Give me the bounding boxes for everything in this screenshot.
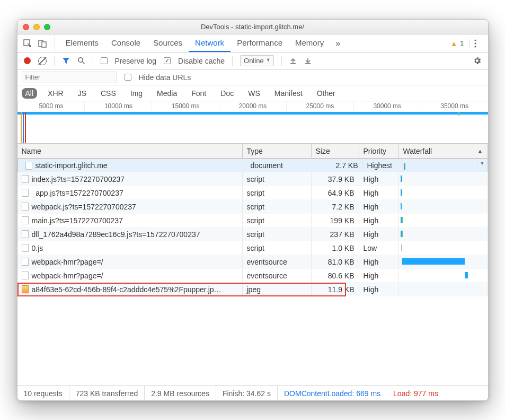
tab-performance[interactable]: Performance [231,34,289,52]
filter-chip-img[interactable]: Img [127,88,146,99]
file-icon [22,175,29,183]
filter-chip-css[interactable]: CSS [97,88,120,99]
waterfall-cell [399,186,488,199]
table-row[interactable]: main.js?ts=1572270700237script199 KBHigh [17,214,488,228]
search-icon[interactable] [77,57,85,65]
request-priority: High [359,186,399,199]
file-icon [22,272,29,279]
filter-chip-all[interactable]: All [22,88,38,99]
request-table: static-import.glitch.medocument2.7 KBHig… [17,159,488,386]
filter-chip-js[interactable]: JS [74,88,90,99]
more-tabs-icon[interactable]: » [330,34,345,52]
filter-chip-xhr[interactable]: XHR [44,88,67,99]
settings-icon[interactable] [473,56,482,65]
request-name: index.js?ts=1572270700237 [32,175,125,183]
table-row[interactable]: 0.jsscript1.0 KBLow [17,241,488,255]
preserve-log-label: Preserve log [115,57,157,65]
warning-count: 1 [460,39,464,48]
col-type-header[interactable]: Type [243,144,312,158]
table-row[interactable]: a84f63e5-62cd-456b-89f4-c2adddc4e575%2Fp… [17,283,488,296]
type-filter-bar: AllXHRJSCSSImgMediaFontDocWSManifestOthe… [17,85,488,101]
request-priority: High [359,214,399,227]
waterfall-cell [403,160,478,171]
throttling-select[interactable]: Online [240,55,274,66]
table-row[interactable]: index.js?ts=1572270700237script37.9 KBHi… [17,172,488,186]
status-domcontentloaded: DOMContentLoaded: 669 ms [278,386,387,400]
inspect-icon[interactable] [23,39,32,48]
timeline-tick: 20000 ms [219,101,286,112]
timeline-tick: 5000 ms [17,101,85,112]
waterfall-cell [399,214,488,227]
request-type: script [243,200,312,213]
request-size: 81.0 KB [312,255,359,268]
record-button[interactable] [24,57,31,64]
col-waterfall-header[interactable]: Waterfall▲ [399,144,488,158]
table-row[interactable]: webpack-hmr?page=/eventsource80.6 KBHigh [17,269,488,283]
request-priority: High [359,172,399,186]
status-load: Load: 977 ms [387,386,445,400]
waterfall-cell [399,228,488,241]
table-row[interactable]: dll_1762a4d98a7289ec16c9.js?ts=157227070… [17,228,488,241]
svg-line-7 [82,62,84,64]
request-name: _app.js?ts=1572270700237 [32,189,123,197]
warnings-indicator[interactable]: ▲ 1 [450,39,470,48]
hide-data-urls-checkbox[interactable] [125,74,131,81]
table-row[interactable]: _app.js?ts=1572270700237script64.9 KBHig… [17,186,488,200]
filter-chip-media[interactable]: Media [153,88,181,99]
waterfall-cell [399,255,488,268]
clear-button[interactable] [38,57,47,65]
disable-cache-checkbox[interactable] [164,57,171,64]
filter-chip-other[interactable]: Other [313,88,339,99]
request-size: 64.9 KB [312,186,359,199]
request-priority: High [359,200,399,213]
tab-sources[interactable]: Sources [147,34,189,52]
devtools-window: DevTools - static-import.glitch.me/ Elem… [17,19,489,401]
filter-chip-manifest[interactable]: Manifest [271,88,306,99]
file-icon [22,203,29,211]
table-row[interactable]: static-import.glitch.medocument2.7 KBHig… [17,159,488,172]
tab-console[interactable]: Console [105,34,147,52]
col-priority-header[interactable]: Priority [359,144,399,158]
request-size: 237 KB [312,228,359,241]
request-priority: High [359,228,399,241]
request-priority: Low [359,241,399,255]
tab-elements[interactable]: Elements [59,34,105,52]
filter-toggle-icon[interactable] [62,57,70,65]
timeline-tick: 35000 ms [421,101,488,112]
svg-rect-2 [42,42,46,47]
table-row[interactable]: webpack.js?ts=1572270700237script7.2 KBH… [17,200,488,214]
tab-memory[interactable]: Memory [289,34,330,52]
request-priority: High [359,283,399,296]
file-icon [22,258,29,266]
table-row[interactable]: webpack-hmr?page=/eventsource81.0 KBHigh [17,255,488,269]
image-file-icon [22,285,29,293]
request-size: 37.9 KB [312,172,359,186]
filter-chip-doc[interactable]: Doc [217,88,237,99]
overview-timeline[interactable]: 5000 ms10000 ms15000 ms20000 ms25000 ms3… [17,101,488,144]
preserve-log-checkbox[interactable] [101,57,108,64]
request-name: main.js?ts=1572270700237 [32,216,123,225]
filter-chip-ws[interactable]: WS [244,88,264,99]
request-priority: High [359,255,399,268]
request-type: jpeg [243,283,312,296]
col-size-header[interactable]: Size [312,144,359,158]
filter-chip-font[interactable]: Font [188,88,210,99]
request-name: dll_1762a4d98a7289ec16c9.js?ts=157227070… [32,230,200,239]
status-resources: 2.9 MB resources [145,386,216,400]
col-name-header[interactable]: Name [17,144,243,158]
waterfall-cell [399,283,488,296]
request-type: eventsource [243,255,312,268]
file-icon [22,244,29,252]
download-har-icon[interactable] [304,57,312,65]
upload-har-icon[interactable] [289,57,297,65]
status-finish: Finish: 34.62 s [216,386,278,400]
waterfall-cell [399,241,488,255]
tab-network[interactable]: Network [189,34,231,52]
kebab-menu-icon[interactable] [474,39,483,48]
filter-input[interactable] [22,72,117,83]
waterfall-cell [399,269,488,282]
file-icon [22,230,29,238]
svg-point-6 [78,58,82,62]
device-toggle-icon[interactable] [38,39,47,48]
warning-icon: ▲ [450,39,458,48]
